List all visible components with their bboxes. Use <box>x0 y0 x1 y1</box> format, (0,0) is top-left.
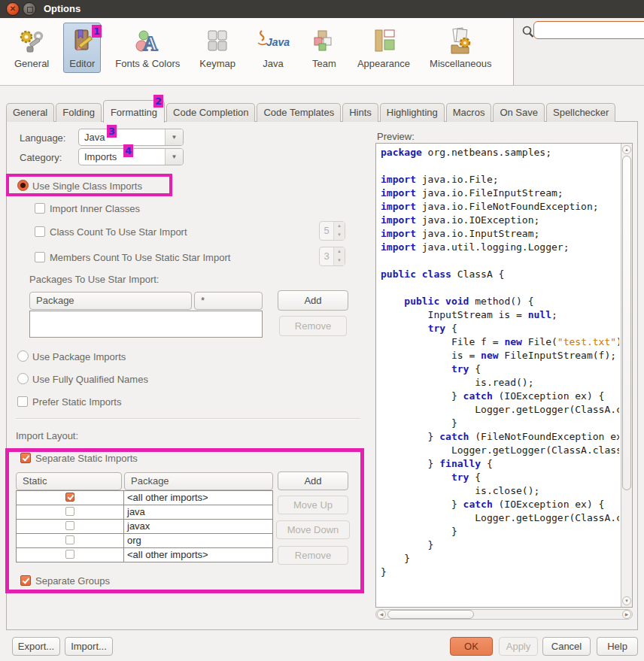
layout-row-package-cell[interactable]: javax <box>123 520 272 533</box>
search-input[interactable] <box>533 21 644 39</box>
close-icon[interactable]: ✕ <box>6 2 20 16</box>
general-icon <box>18 26 45 56</box>
layout-row-package-cell[interactable]: <all other imports> <box>123 491 272 505</box>
toolbar-category-team[interactable]: Team <box>305 23 343 73</box>
vertical-scrollbar[interactable]: ▲ ▼ <box>621 144 632 607</box>
toolbar-category-editor[interactable]: Editor <box>63 23 101 73</box>
layout-row-static-cell[interactable] <box>17 548 123 562</box>
toolbar-categories: GeneralEditorAFonts & ColorsKeymapJavaJa… <box>0 18 514 85</box>
svg-text:Java: Java <box>266 36 290 48</box>
scroll-left-icon[interactable]: ◀ <box>377 610 386 619</box>
vertical-scroll-thumb[interactable] <box>622 156 631 490</box>
category-select[interactable]: Imports ▼ <box>78 148 184 165</box>
team-icon <box>311 26 338 56</box>
spinner-down-icon: ▼ <box>334 231 345 240</box>
spinner-up-icon: ▲ <box>334 247 345 256</box>
layout-table-body: <all other imports>javajavaxorg<all othe… <box>16 490 273 562</box>
spinner-up-icon: ▲ <box>334 222 345 231</box>
tab-code-templates[interactable]: Code Templates <box>257 103 341 122</box>
star-table-header-package[interactable]: Package <box>29 292 192 310</box>
tab-hints[interactable]: Hints <box>342 103 378 122</box>
ok-button[interactable]: OK <box>450 637 493 656</box>
toolbar-category-java[interactable]: JavaJava <box>250 23 296 73</box>
toolbar-category-general[interactable]: General <box>9 23 54 73</box>
import-layout-label: Import Layout: <box>16 430 78 441</box>
tab-general[interactable]: General <box>6 103 54 122</box>
checkbox-icon <box>65 535 74 544</box>
layout-table-row[interactable]: org <box>17 534 272 548</box>
toolbar-category-label: Team <box>312 58 336 69</box>
star-table-header-star[interactable]: * <box>194 292 263 310</box>
tab-formatting[interactable]: Formatting <box>103 100 165 123</box>
language-select[interactable]: Java ▼ <box>78 129 184 146</box>
category-label: Category: <box>20 152 62 163</box>
layout-row-static-cell[interactable] <box>17 505 123 519</box>
cancel-button[interactable]: Cancel <box>542 637 591 656</box>
fonts-colors-icon: A <box>134 26 161 56</box>
svg-text:A: A <box>143 32 158 55</box>
star-remove-button: Remove <box>279 316 347 336</box>
tab-code-completion[interactable]: Code Completion <box>166 103 255 122</box>
checkbox-icon <box>35 203 45 214</box>
packages-star-label: Packages To Use Star Import: <box>29 274 159 285</box>
layout-add-button[interactable]: Add <box>278 471 348 490</box>
toolbar-category-label: General <box>14 58 49 69</box>
scroll-right-icon[interactable]: ▶ <box>622 610 631 619</box>
class-count-spinner: 5 ▲▼ <box>319 221 345 241</box>
checkbox-icon <box>65 521 74 530</box>
layout-row-package-cell[interactable]: <all other imports> <box>123 548 272 562</box>
restore-icon[interactable] <box>23 2 36 16</box>
layout-table-header-static[interactable]: Static <box>16 472 122 490</box>
layout-table-row[interactable]: <all other imports> <box>17 548 272 562</box>
import-button[interactable]: Import... <box>65 637 113 656</box>
layout-row-static-cell[interactable] <box>17 491 123 505</box>
toolbar-category-label: Keymap <box>199 58 235 69</box>
tab-on-save[interactable]: On Save <box>493 103 545 122</box>
chevron-down-icon: ▼ <box>165 149 183 165</box>
category-toolbar: GeneralEditorAFonts & ColorsKeymapJavaJa… <box>0 18 644 86</box>
checkbox-icon <box>17 396 28 407</box>
titlebar: ✕ Options <box>0 0 644 19</box>
tab-spellchecker[interactable]: Spellchecker <box>546 103 615 122</box>
scroll-down-icon[interactable]: ▼ <box>622 596 631 605</box>
spinner-down-icon: ▼ <box>334 256 345 265</box>
preview-code-area[interactable]: package org.netbeans.samples; import jav… <box>375 143 633 608</box>
tab-folding[interactable]: Folding <box>56 103 102 122</box>
toolbar-category-fonts-colors[interactable]: AFonts & Colors <box>110 23 185 73</box>
options-dialog: ✕ Options GeneralEditorAFonts & ColorsKe… <box>0 0 644 661</box>
horizontal-scroll-thumb[interactable] <box>387 610 474 619</box>
help-button[interactable]: Help <box>597 637 638 656</box>
toolbar-category-label: Java <box>263 58 283 69</box>
chevron-down-icon: ▼ <box>165 129 183 145</box>
radio-icon <box>17 350 29 362</box>
layout-move-down-button: Move Down <box>276 520 350 539</box>
toolbar-category-appearance[interactable]: Appearance <box>352 23 415 73</box>
star-add-button[interactable]: Add <box>278 290 348 311</box>
checkbox-checked-icon <box>20 453 31 463</box>
tab-macros[interactable]: Macros <box>446 103 492 122</box>
horizontal-scrollbar[interactable]: ◀ ▶ <box>375 609 633 620</box>
members-count-spinner: 3 ▲▼ <box>319 247 345 266</box>
layout-row-package-cell[interactable]: java <box>123 505 272 519</box>
layout-row-static-cell[interactable] <box>17 534 123 547</box>
language-label: Language: <box>20 132 65 144</box>
layout-table-row[interactable]: javax <box>17 520 272 534</box>
layout-table-header-package[interactable]: Package <box>124 472 273 490</box>
layout-row-package-cell[interactable]: org <box>123 534 272 547</box>
toolbar-category-keymap[interactable]: Keymap <box>194 23 241 73</box>
layout-row-static-cell[interactable] <box>17 520 123 533</box>
miscellaneous-icon <box>447 26 474 56</box>
scroll-up-icon[interactable]: ▲ <box>622 145 631 154</box>
star-table-body[interactable] <box>29 311 263 338</box>
window-title: Options <box>44 0 80 18</box>
apply-button: Apply <box>499 637 538 656</box>
tab-highlighting[interactable]: Highlighting <box>380 103 445 122</box>
formatting-panel: Language: Java ▼ Category: Imports ▼ Use… <box>6 121 638 630</box>
preview-code: package org.netbeans.samples; import jav… <box>381 146 619 605</box>
export-button[interactable]: Export... <box>12 637 60 656</box>
layout-table-row[interactable]: <all other imports> <box>17 491 272 505</box>
toolbar-category-label: Appearance <box>357 58 410 69</box>
radio-selected-icon <box>17 180 29 191</box>
toolbar-category-miscellaneous[interactable]: Miscellaneous <box>424 23 497 73</box>
layout-table-row[interactable]: java <box>17 505 272 520</box>
